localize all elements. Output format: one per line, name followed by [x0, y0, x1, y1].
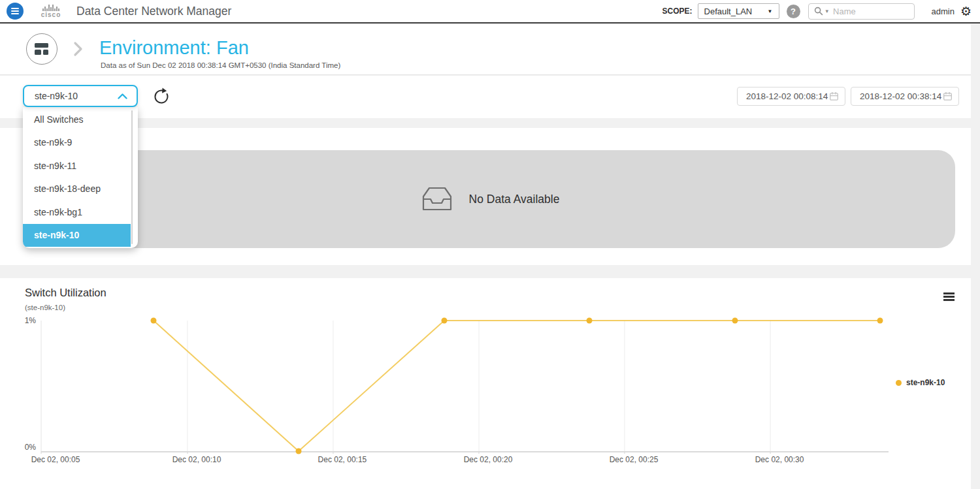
- legend-label: ste-n9k-10: [906, 378, 945, 387]
- search-icon: [814, 7, 823, 16]
- start-datetime-input[interactable]: 2018-12-02 00:08:14: [737, 87, 845, 106]
- switch-option-ste-n9k-bg1[interactable]: ste-n9k-bg1: [23, 200, 138, 224]
- page-header: Environment: Fan Data as of Sun Dec 02 2…: [0, 24, 971, 75]
- series-line: [154, 321, 880, 451]
- series-point[interactable]: [877, 318, 883, 324]
- switch-option-ste-n9k-18-deep[interactable]: ste-n9k-18-deep: [23, 178, 138, 201]
- series-point[interactable]: [296, 449, 302, 454]
- calendar-icon: [943, 91, 953, 101]
- scope-value: Default_LAN: [704, 7, 753, 16]
- switch-selector-value: ste-n9k-10: [35, 91, 78, 101]
- utilization-chart: Dec 02, 00:05Dec 02, 00:10Dec 02, 00:15D…: [0, 300, 971, 483]
- cisco-logo: cisco: [36, 5, 66, 18]
- page-title: Environment: Fan: [99, 37, 249, 59]
- x-tick-label: Dec 02, 00:05: [31, 455, 80, 464]
- end-datetime-input[interactable]: 2018-12-02 00:38:14: [851, 87, 959, 106]
- refresh-icon: [152, 87, 171, 105]
- series-point[interactable]: [150, 318, 156, 324]
- scope-label: SCOPE:: [662, 7, 693, 16]
- x-tick-label: Dec 02, 00:20: [464, 455, 513, 464]
- dcnm-app: cisco Data Center Network Manager SCOPE:…: [0, 0, 980, 489]
- fan-data-section: No Data Available: [0, 128, 971, 265]
- chart-title: Switch Utilization: [25, 287, 106, 299]
- legend-item[interactable]: ste-n9k-10: [896, 378, 945, 387]
- chevron-up-icon: [118, 93, 127, 99]
- no-data-message: No Data Available: [469, 193, 560, 206]
- settings-gear-button[interactable]: ⚙: [960, 5, 972, 18]
- x-tick-label: Dec 02, 00:15: [318, 455, 367, 464]
- page-subtitle: Data as of Sun Dec 02 2018 00:38:14 GMT+…: [101, 61, 340, 69]
- app-title: Data Center Network Manager: [76, 5, 231, 18]
- switch-selector-dropdown: All Switchesste-n9k-9ste-n9k-11ste-n9k-1…: [23, 107, 138, 248]
- end-datetime-value: 2018-12-02 00:38:14: [860, 91, 941, 101]
- x-tick-label: Dec 02, 00:10: [172, 455, 221, 464]
- search-box: ▾: [808, 3, 915, 20]
- calendar-icon: [829, 91, 839, 101]
- cisco-logo-bars-icon: [36, 5, 66, 11]
- switch-option-all-switches[interactable]: All Switches: [23, 108, 138, 131]
- empty-tray-icon: [421, 186, 453, 212]
- x-tick-label: Dec 02, 00:25: [610, 455, 659, 464]
- legend-marker-icon: [896, 380, 902, 386]
- help-button[interactable]: ?: [787, 5, 800, 18]
- cisco-logo-text: cisco: [36, 11, 66, 18]
- series-point[interactable]: [732, 318, 738, 324]
- x-tick-label: Dec 02, 00:30: [755, 455, 804, 464]
- switch-utilization-section: Switch Utilization (ste-n9k-10) Dec 02, …: [0, 278, 971, 489]
- user-menu[interactable]: admin: [932, 7, 955, 16]
- environment-page-icon: [26, 33, 57, 65]
- breadcrumb-chevron-icon: [73, 41, 83, 57]
- nav-menu-button[interactable]: [7, 3, 24, 20]
- series-point[interactable]: [441, 318, 447, 324]
- topbar: cisco Data Center Network Manager SCOPE:…: [0, 0, 980, 24]
- refresh-button[interactable]: [152, 87, 171, 105]
- dropdown-scrollbar[interactable]: [131, 110, 133, 244]
- hamburger-icon: [11, 8, 19, 9]
- switch-option-ste-n9k-9[interactable]: ste-n9k-9: [23, 131, 138, 155]
- y-tick-label: 1%: [25, 316, 37, 325]
- start-datetime-value: 2018-12-02 00:08:14: [746, 91, 828, 101]
- switch-option-ste-n9k-10[interactable]: ste-n9k-10: [23, 224, 131, 247]
- topbar-right: SCOPE: Default_LAN ▼ ? ▾ admin ⚙: [662, 3, 980, 20]
- y-tick-label: 0%: [25, 443, 37, 452]
- caret-down-icon: ▾: [826, 8, 829, 14]
- no-data-panel: No Data Available: [25, 150, 955, 248]
- switch-option-ste-n9k-11[interactable]: ste-n9k-11: [23, 154, 138, 178]
- switch-selector[interactable]: ste-n9k-10: [23, 85, 138, 107]
- caret-down-icon: ▼: [768, 8, 773, 14]
- search-input[interactable]: [833, 7, 908, 16]
- series-point[interactable]: [587, 318, 593, 324]
- scope-selector[interactable]: Default_LAN ▼: [698, 3, 779, 19]
